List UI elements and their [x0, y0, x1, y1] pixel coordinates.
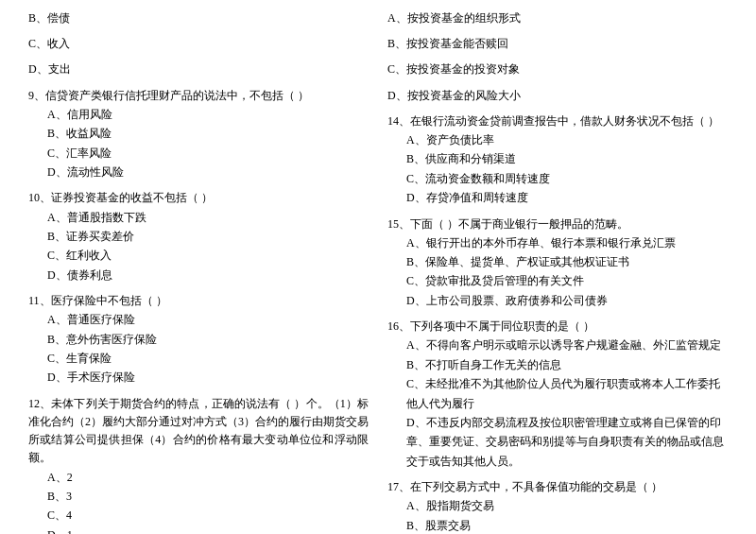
- question-text: 11、医疗保险中不包括（ ）: [28, 292, 369, 310]
- question-block: B、偿债: [28, 9, 369, 27]
- option: D、1: [28, 525, 369, 534]
- option: C、未经批准不为其他阶位人员代为履行职责或将本人工作委托他人代为履行: [387, 374, 728, 413]
- right-column: A、按投资基金的组织形式B、按投资基金能否赎回C、按投资基金的投资对象D、按投资…: [387, 9, 728, 534]
- two-column-layout: B、偿债C、收入D、支出9、信贷资产类银行信托理财产品的说法中，不包括（ ）A、…: [28, 9, 728, 534]
- question-text: D、支出: [28, 60, 369, 78]
- question-block: 14、在银行流动资金贷前调查报告中，借款人财务状况不包括（ ）A、资产负债比率B…: [387, 112, 728, 208]
- option: A、不得向客户明示或暗示以诱导客户规避金融、外汇监管规定: [387, 336, 728, 354]
- option: D、上市公司股票、政府债券和公司债券: [387, 291, 728, 310]
- question-text: A、按投资基金的组织形式: [387, 9, 728, 27]
- option: B、3: [28, 487, 369, 506]
- option: D、存贷净值和周转速度: [387, 188, 728, 207]
- option: D、债券利息: [28, 266, 369, 284]
- question-block: D、支出: [28, 60, 369, 78]
- question-text: 17、在下列交易方式中，不具备保值功能的交易是（ ）: [387, 478, 728, 496]
- question-text: 10、证券投资基金的收益不包括（ ）: [28, 189, 369, 207]
- question-block: A、按投资基金的组织形式: [387, 9, 728, 27]
- question-text: 16、下列各项中不属于同位职责的是（ ）: [387, 318, 728, 336]
- option: B、收益风险: [28, 124, 369, 143]
- option: C、4: [28, 506, 369, 525]
- option: A、资产负债比率: [387, 130, 728, 149]
- question-text: 15、下面（ ）不属于商业银行一般押品的范畴。: [387, 215, 728, 233]
- question-block: B、按投资基金能否赎回: [387, 35, 728, 53]
- option: C、红利收入: [28, 246, 369, 265]
- question-text: C、按投资基金的投资对象: [387, 60, 728, 78]
- option: A、股指期货交易: [387, 496, 728, 515]
- question-text: B、按投资基金能否赎回: [387, 35, 728, 53]
- option: C、流动资金数额和周转速度: [387, 169, 728, 188]
- question-block: 16、下列各项中不属于同位职责的是（ ）A、不得向客户明示或暗示以诱导客户规避金…: [387, 318, 728, 471]
- option: C、贷款审批及贷后管理的有关文件: [387, 271, 728, 290]
- question-block: 11、医疗保险中不包括（ ）A、普通医疗保险B、意外伤害医疗保险C、生育保险D、…: [28, 292, 369, 388]
- question-text: 14、在银行流动资金贷前调查报告中，借款人财务状况不包括（ ）: [387, 112, 728, 130]
- question-block: C、收入: [28, 35, 369, 53]
- option: D、不违反内部交易流程及按位职密管理建立或将自已保管的印章、重要凭证、交易密码和…: [387, 413, 728, 471]
- question-block: 17、在下列交易方式中，不具备保值功能的交易是（ ）A、股指期货交易B、股票交易…: [387, 478, 728, 534]
- option: D、流动性风险: [28, 163, 369, 181]
- question-block: 9、信贷资产类银行信托理财产品的说法中，不包括（ ）A、信用风险B、收益风险C、…: [28, 87, 369, 182]
- option: D、手术医疗保险: [28, 368, 369, 387]
- option: C、生育保险: [28, 349, 369, 368]
- question-block: 12、未体下列关于期货合约的特点，正确的说法有（ ）个。（1）标准化合约（2）履…: [28, 395, 369, 534]
- question-block: C、按投资基金的投资对象: [387, 60, 728, 78]
- question-block: D、按投资基金的风险大小: [387, 87, 728, 105]
- question-text: D、按投资基金的风险大小: [387, 87, 728, 105]
- option: B、不打听自身工作无关的信息: [387, 355, 728, 374]
- option: B、意外伤害医疗保险: [28, 330, 369, 349]
- option: A、普通医疗保险: [28, 310, 369, 329]
- question-text: B、偿债: [28, 9, 369, 27]
- option: A、银行开出的本外币存单、银行本票和银行承兑汇票: [387, 233, 728, 252]
- question-block: 10、证券投资基金的收益不包括（ ）A、普通股指数下跌B、证券买卖差价C、红利收…: [28, 189, 369, 284]
- option: A、信用风险: [28, 105, 369, 124]
- question-text: C、收入: [28, 35, 369, 53]
- question-text: 12、未体下列关于期货合约的特点，正确的说法有（ ）个。（1）标准化合约（2）履…: [28, 395, 369, 468]
- option: B、证券买卖差价: [28, 227, 369, 246]
- option: B、保险单、提货单、产权证或其他权证证书: [387, 252, 728, 271]
- question-text: 9、信贷资产类银行信托理财产品的说法中，不包括（ ）: [28, 87, 369, 105]
- left-column: B、偿债C、收入D、支出9、信贷资产类银行信托理财产品的说法中，不包括（ ）A、…: [28, 9, 369, 534]
- option: A、2: [28, 468, 369, 487]
- option: B、股票交易: [387, 516, 728, 534]
- option: C、汇率风险: [28, 144, 369, 163]
- page-content: B、偿债C、收入D、支出9、信贷资产类银行信托理财产品的说法中，不包括（ ）A、…: [28, 9, 728, 534]
- option: A、普通股指数下跌: [28, 208, 369, 227]
- option: B、供应商和分销渠道: [387, 149, 728, 168]
- question-block: 15、下面（ ）不属于商业银行一般押品的范畴。A、银行开出的本外币存单、银行本票…: [387, 215, 728, 311]
